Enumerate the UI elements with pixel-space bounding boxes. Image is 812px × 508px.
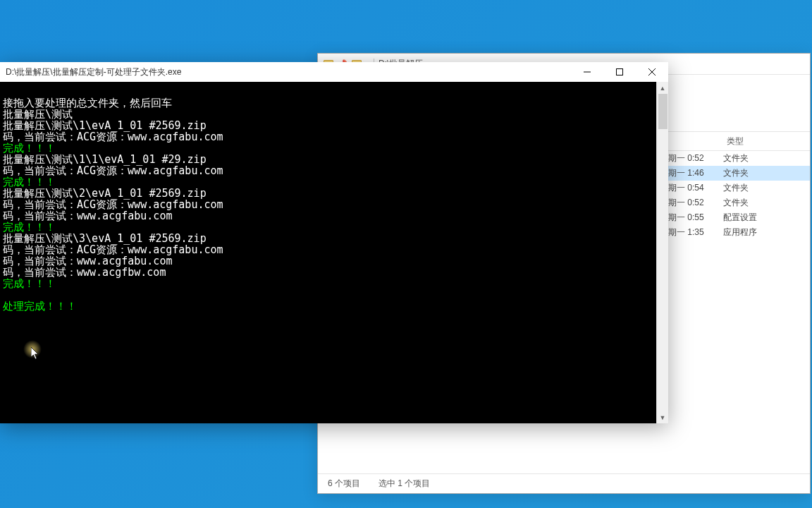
file-date: 星期一 0:54 xyxy=(660,182,723,194)
file-type: 配置设置 xyxy=(723,212,787,224)
console-line xyxy=(3,289,653,301)
console-line: 完成！！！ xyxy=(3,143,653,154)
console-titlebar[interactable]: D:\批量解压\批量解压定制-可处理子文件夹.exe xyxy=(0,62,668,82)
console-line: 完成！！！ xyxy=(3,222,653,233)
console-line: 码，当前尝试：www.acgfabu.com xyxy=(3,255,653,267)
maximize-button[interactable] xyxy=(603,62,636,82)
file-date: 星期一 0:52 xyxy=(660,197,723,209)
scroll-down-button[interactable]: ▼ xyxy=(657,411,668,423)
column-type[interactable]: 类型 xyxy=(727,135,744,147)
console-window: D:\批量解压\批量解压定制-可处理子文件夹.exe 接拖入要处理的总文件夹，然… xyxy=(0,62,668,423)
console-line: 批量解压\测试\1\evA_1_01 #2569.zip xyxy=(3,120,653,131)
svg-rect-1 xyxy=(617,69,623,75)
console-line xyxy=(3,86,653,97)
console-line: 码，当前尝试：ACG资源：www.acgfabu.com xyxy=(3,165,653,176)
status-item-count: 6 个项目 xyxy=(328,478,360,490)
maximize-icon xyxy=(616,68,623,75)
file-type: 文件夹 xyxy=(723,182,787,194)
file-type: 文件夹 xyxy=(723,152,787,164)
console-line: 码，当前尝试：ACG资源：www.acgfabu.com xyxy=(3,131,653,143)
console-line: 完成！！！ xyxy=(3,278,653,289)
console-output[interactable]: 接拖入要处理的总文件夹，然后回车批量解压\测试批量解压\测试\1\evA_1_0… xyxy=(0,82,656,423)
file-type: 应用程序 xyxy=(723,226,787,238)
scrollbar[interactable]: ▲ ▼ xyxy=(656,82,668,423)
console-line: 批量解压\测试\2\evA_1_01 #2569.zip xyxy=(3,188,653,199)
close-icon xyxy=(648,68,656,75)
console-line: 完成！！！ xyxy=(3,176,653,188)
console-line: 处理完成！！！ xyxy=(3,301,653,312)
window-controls xyxy=(571,62,668,82)
console-title: D:\批量解压\批量解压定制-可处理子文件夹.exe xyxy=(0,66,571,78)
status-selected-count: 选中 1 个项目 xyxy=(379,478,430,490)
file-type: 文件夹 xyxy=(723,197,787,209)
console-line: 批量解压\测试 xyxy=(3,109,653,120)
scroll-thumb[interactable] xyxy=(658,94,668,129)
console-line: 接拖入要处理的总文件夹，然后回车 xyxy=(3,97,653,109)
file-date: 星期一 0:55 xyxy=(660,212,723,224)
console-body: 接拖入要处理的总文件夹，然后回车批量解压\测试批量解压\测试\1\evA_1_0… xyxy=(0,82,668,423)
minimize-icon xyxy=(584,68,591,75)
console-line: 码，当前尝试：www.acgfbw.com xyxy=(3,267,653,278)
console-line: 批量解压\测试\1\1\evA_1_01 #29.zip xyxy=(3,154,653,165)
minimize-button[interactable] xyxy=(571,62,603,82)
explorer-statusbar: 6 个项目 选中 1 个项目 xyxy=(318,473,810,493)
close-button[interactable] xyxy=(636,62,668,82)
scroll-up-button[interactable]: ▲ xyxy=(657,82,668,94)
console-line: 批量解压\测试\3\evA_1_01 #2569.zip xyxy=(3,233,653,244)
file-date: 星期一 1:46 xyxy=(660,167,723,179)
file-date: 星期一 0:52 xyxy=(660,152,723,164)
file-type: 文件夹 xyxy=(723,167,787,179)
console-line: 码，当前尝试：ACG资源：www.acgfabu.com xyxy=(3,244,653,255)
console-line: 码，当前尝试：www.acgfabu.com xyxy=(3,210,653,222)
console-line: 码，当前尝试：ACG资源：www.acgfabu.com xyxy=(3,199,653,210)
file-date: 星期一 1:35 xyxy=(660,226,723,238)
